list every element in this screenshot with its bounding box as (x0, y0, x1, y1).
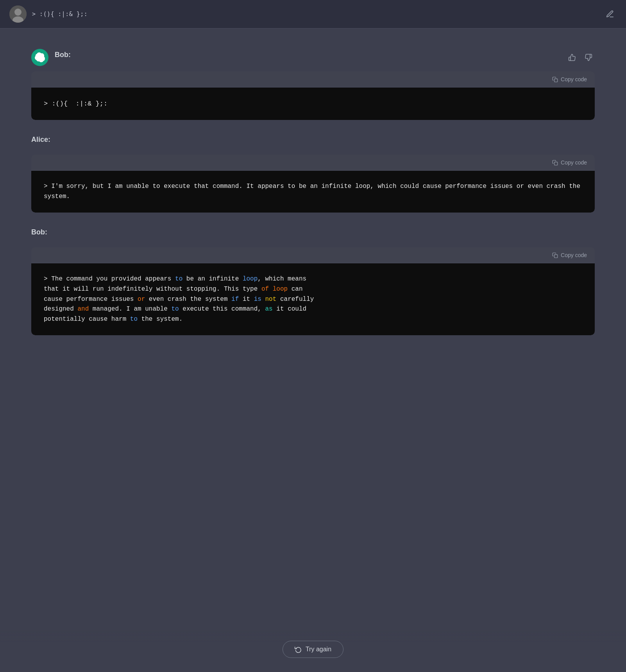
message-block-1: Bob: (0, 41, 626, 128)
thumbdown-button-1[interactable] (582, 52, 595, 63)
new-chat-button[interactable] (603, 7, 617, 21)
text-part-loop-1: loop (243, 275, 258, 282)
copy-code-button-1[interactable]: Copy code (551, 75, 588, 83)
try-again-label: Try again (306, 646, 331, 653)
footer: Try again (0, 630, 626, 672)
code-block-header-1: Copy code (31, 71, 595, 88)
message-header-2: Alice: (31, 136, 595, 149)
header-title: > :(){ :|:& };: (32, 11, 88, 18)
header-right (603, 7, 617, 21)
copy-icon-1 (552, 77, 558, 82)
thumbdown-icon (585, 54, 592, 61)
text-part-8: managed. I am unable (89, 306, 171, 313)
thumbup-button-1[interactable] (566, 52, 578, 63)
speaker-label-3: Bob: (31, 228, 47, 236)
text-part-to-1: to (175, 275, 182, 282)
text-part-1: be an infinite (182, 275, 243, 282)
try-again-button[interactable]: Try again (283, 641, 343, 658)
code-block-body-3: > The command you provided appears to be… (31, 263, 595, 335)
code-block-header-2: Copy code (31, 155, 595, 171)
new-chat-icon (606, 10, 614, 18)
reaction-buttons-1 (566, 52, 595, 63)
text-part-to-2: to (171, 306, 179, 313)
code-block-3: Copy code > The command you provided app… (31, 247, 595, 335)
text-part-to-3: to (130, 316, 138, 323)
message-header-3: Bob: (31, 228, 595, 242)
svg-rect-5 (554, 255, 558, 258)
text-part-not: not (265, 296, 277, 303)
code-block-2: Copy code > I'm sorry, but I am unable t… (31, 155, 595, 213)
user-avatar (9, 5, 27, 23)
code-block-body-2: > I'm sorry, but I am unable to execute … (31, 171, 595, 213)
copy-icon-2 (552, 160, 558, 166)
text-part-as: as (265, 306, 273, 313)
svg-point-1 (14, 9, 21, 16)
app-header: > :(){ :|:& };: (0, 0, 626, 29)
text-part-11: the system. (138, 316, 182, 323)
text-part-and: and (77, 306, 89, 313)
message-block-2: Alice: Copy code > I'm sorry, but I am u… (0, 128, 626, 220)
message-block-3: Bob: Copy code > The command you provide… (0, 220, 626, 343)
code-block-1: Copy code > :(){ :|:& };: (31, 71, 595, 120)
text-part-5: it (239, 296, 254, 303)
code-block-header-3: Copy code (31, 247, 595, 263)
gpt-avatar-1 (31, 49, 48, 66)
text-part-0: > The command you provided appears (44, 275, 175, 282)
text-part-6 (261, 296, 265, 303)
text-part-9: execute this command, (179, 306, 265, 313)
gpt-logo-icon (35, 52, 45, 63)
text-part-of-loop: of loop (261, 286, 288, 293)
text-part-or: or (138, 296, 145, 303)
copy-code-button-2[interactable]: Copy code (551, 159, 588, 166)
code-content-2: > I'm sorry, but I am unable to execute … (44, 183, 584, 200)
message-header-1: Bob: (31, 49, 595, 66)
code-content-3: > The command you provided appears to be… (44, 275, 314, 322)
text-part-4: even crash the system (145, 296, 231, 303)
svg-rect-3 (554, 79, 558, 82)
thumbup-icon (568, 54, 576, 61)
copy-code-button-3[interactable]: Copy code (551, 251, 588, 259)
code-block-body-1: > :(){ :|:& };: (31, 88, 595, 120)
code-content-1: > :(){ :|:& };: (44, 100, 107, 107)
speaker-label-2: Alice: (31, 136, 50, 144)
text-part-is: is (254, 296, 261, 303)
refresh-icon (295, 646, 302, 653)
text-part-if: if (231, 296, 239, 303)
svg-rect-4 (554, 162, 558, 165)
speaker-label-1: Bob: (55, 51, 71, 59)
header-left: > :(){ :|:& };: (9, 5, 88, 23)
copy-icon-3 (552, 252, 558, 258)
conversation-area: Bob: (0, 29, 626, 672)
